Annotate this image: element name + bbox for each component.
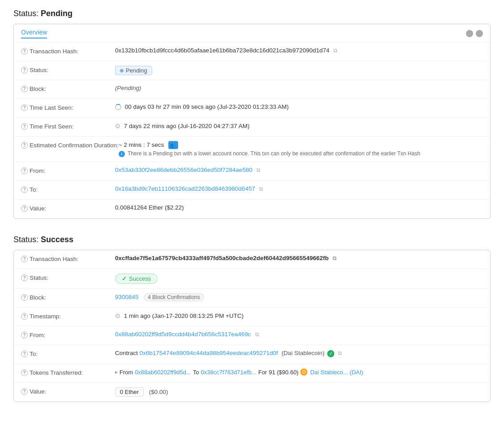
from-address-link[interactable]: 0x53ab330f2ee86debb26556e036ed50f7284ae5… — [115, 167, 252, 173]
copy-icon[interactable]: ⧉ — [259, 186, 263, 192]
block-number-link[interactable]: 9300845 — [115, 294, 139, 300]
question-icon: ? — [21, 186, 28, 193]
table-row: ? From: 0x88ab60202ff9d5d9ccdd4b4d7b656c… — [14, 326, 490, 345]
info-icon: i — [119, 151, 125, 157]
overview-tab[interactable]: Overview — [21, 29, 47, 39]
question-icon: ? — [21, 86, 28, 92]
for-label-token: For — [258, 369, 267, 376]
block-label: ? Block: — [21, 293, 115, 301]
table-row: ? Time First Seen: ⊙ 7 days 22 mins ago … — [14, 118, 490, 137]
from-value: 0x88ab60202ff9d5d9ccdd4b4d7b656c5317ea46… — [115, 331, 483, 338]
pending-section-title: Status: Pending — [13, 9, 491, 18]
token-transfer-row: ▸ From 0x88ab60202ff9d5d... To 0x38cc7f7… — [115, 368, 483, 376]
question-icon: ? — [21, 313, 28, 320]
status-label: ? Status: — [21, 274, 115, 281]
table-row: ? Transaction Hash: 0xcffade7f5e1a67579c… — [14, 250, 490, 269]
question-icon: ? — [21, 351, 28, 357]
copy-icon[interactable]: ⧉ — [255, 331, 259, 338]
to-value: Contract 0x6b175474e89094c44da98b954eede… — [115, 350, 483, 357]
table-row: ? Block: (Pending) — [14, 80, 490, 99]
status-value: Pending — [115, 66, 483, 75]
copy-icon[interactable]: ⧉ — [333, 255, 337, 261]
table-row: ? Value: 0.00841264 Ether ($2.22) — [14, 200, 490, 218]
to-label: ? To: — [21, 185, 115, 193]
timestamp-label: ? Timestamp: — [21, 312, 115, 320]
to-address-link[interactable]: 0x16a3bd9c7eb11106326cad2263bd8463980d64… — [115, 185, 255, 192]
block-value: 9300845 4 Block Confirmations — [115, 293, 483, 301]
success-badge: Success — [115, 274, 158, 284]
from-address-link[interactable]: 0x88ab60202ff9d5d9ccdd4b4d7b656c5317ea46… — [115, 331, 251, 338]
value-label: ? Value: — [21, 387, 115, 395]
table-row: ? Transaction Hash: 0x132b10fbcb1d9fccc4… — [14, 43, 490, 61]
table-row: ? Timestamp: ⊙ 1 min ago (Jan-17-2020 08… — [14, 308, 490, 326]
copy-icon[interactable]: ⧉ — [256, 167, 261, 173]
question-icon: ? — [21, 205, 28, 212]
tx-hash-value: 0xcffade7f5e1a67579cb4333aff497fd5a500cb… — [115, 255, 483, 261]
timestamp-value: ⊙ 1 min ago (Jan-17-2020 08:13:25 PM +UT… — [115, 312, 483, 319]
question-icon: ? — [21, 256, 28, 262]
table-row: ? To: 0x16a3bd9c7eb11106326cad2263bd8463… — [14, 181, 490, 200]
value-label: ? Value: — [21, 204, 115, 212]
table-row: ? Status: Pending — [14, 61, 490, 80]
question-icon: ? — [21, 388, 28, 395]
question-icon: ? — [21, 274, 28, 281]
block-label: ? Block: — [21, 85, 115, 92]
block-value: (Pending) — [115, 85, 483, 91]
question-icon: ? — [21, 332, 28, 338]
ether-value-box: 0 Ether — [115, 387, 144, 397]
to-value: 0x16a3bd9c7eb11106326cad2263bd8463980d64… — [115, 185, 483, 192]
verified-icon: ✓ — [327, 350, 334, 357]
tx-hash-value: 0x132b10fbcb1d9fccc4d6b05afaae1e61b6ba72… — [115, 47, 483, 54]
pending-card: Overview ? Transaction Hash: 0x132b10fbc… — [13, 24, 491, 219]
table-row: ? From: 0x53ab330f2ee86debb26556e036ed50… — [14, 162, 490, 181]
from-label-token: From — [120, 369, 133, 376]
question-icon: ? — [21, 369, 28, 376]
to-label: ? To: — [21, 350, 115, 357]
from-value: 0x53ab330f2ee86debb26556e036ed50f7284ae5… — [115, 167, 483, 173]
table-row: ? Tokens Transferred: ▸ From 0x88ab60202… — [14, 364, 490, 383]
token-amount: 91 ($90.60) — [269, 369, 299, 376]
question-icon: ? — [21, 123, 28, 130]
from-label: ? From: — [21, 331, 115, 338]
success-card: ? Transaction Hash: 0xcffade7f5e1a67579c… — [13, 250, 491, 402]
to-label-token: To — [193, 369, 199, 376]
confirmations-badge: 4 Block Confirmations — [144, 293, 204, 301]
est-confirm-label: ? Estimated Confirmation Duration: — [21, 141, 119, 149]
status-label: ? Status: — [21, 66, 115, 73]
table-row: ? Status: Success — [14, 269, 490, 289]
token-name-link[interactable]: Dai Stableco... (DAI) — [310, 369, 363, 376]
to-contract-link[interactable]: 0x6b175474e89094c44da98b954eedeac495271d… — [140, 350, 278, 356]
token-to-address[interactable]: 0x38cc7f763d71efb... — [201, 369, 256, 376]
token-from-address[interactable]: 0x88ab60202ff9d5d... — [135, 369, 191, 376]
time-last-seen-value: 00 days 03 hr 27 min 09 secs ago (Jul-23… — [115, 103, 483, 110]
arrow-icon: ▸ — [115, 369, 118, 375]
tokens-transferred-value: ▸ From 0x88ab60202ff9d5d... To 0x38cc7f7… — [115, 368, 483, 376]
tx-hash-label: ? Transaction Hash: — [21, 255, 115, 262]
value-value: 0 Ether ($0.00) — [115, 387, 483, 397]
spinner-icon — [115, 104, 121, 110]
question-icon: ? — [21, 48, 28, 55]
question-icon: ? — [21, 142, 28, 149]
table-row: ? Time Last Seen: 00 days 03 hr 27 min 0… — [14, 99, 490, 118]
pending-badge: Pending — [115, 66, 152, 75]
tokens-transferred-label: ? Tokens Transferred: — [21, 368, 115, 376]
time-first-seen-label: ? Time First Seen: — [21, 122, 115, 130]
table-row: ? Block: 9300845 4 Block Confirmations — [14, 289, 490, 308]
table-row: ? Value: 0 Ether ($0.00) — [14, 383, 490, 402]
question-icon: ? — [21, 67, 28, 73]
card-header: Overview — [14, 24, 490, 43]
copy-icon[interactable]: ⧉ — [333, 47, 337, 54]
question-icon: ? — [21, 167, 28, 174]
header-dots — [466, 30, 483, 37]
time-first-seen-value: ⊙ 7 days 22 mins ago (Jul-16-2020 04:27:… — [115, 122, 483, 129]
success-section-title: Status: Success — [13, 235, 491, 244]
dai-icon: ⬡ — [300, 368, 308, 376]
table-row: ? Estimated Confirmation Duration: ~ 2 m… — [14, 137, 490, 162]
value-value: 0.00841264 Ether ($2.22) — [115, 204, 483, 211]
copy-icon[interactable]: ⧉ — [338, 350, 342, 356]
tx-hash-label: ? Transaction Hash: — [21, 47, 115, 55]
dot-1 — [466, 30, 473, 37]
est-confirm-value: ~ 2 mins : 7 secs 👥 i There is a Pending… — [119, 141, 483, 157]
est-confirm-note: i There is a Pending txn with a lower ac… — [119, 150, 483, 157]
dot-2 — [476, 30, 483, 37]
